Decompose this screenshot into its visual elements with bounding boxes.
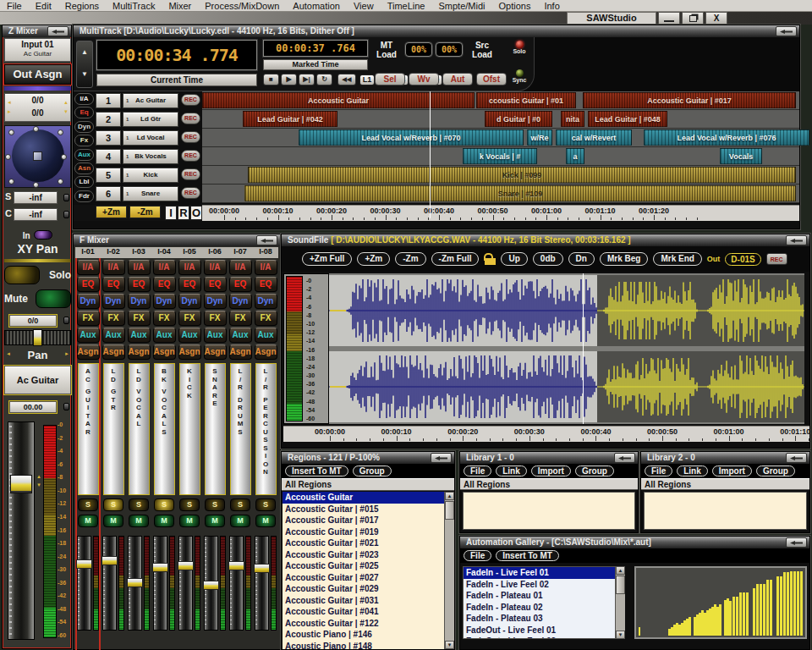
fader-handle[interactable] bbox=[102, 556, 118, 565]
menu-view[interactable]: View bbox=[347, 1, 381, 11]
sf--zm-button[interactable]: -Zm bbox=[395, 252, 425, 266]
track-section-aux[interactable]: Aux bbox=[74, 149, 94, 161]
track-lane[interactable]: Snare | #109 bbox=[202, 185, 799, 203]
db-knob-icon[interactable] bbox=[63, 211, 69, 218]
current-time-label[interactable]: Current Time bbox=[96, 74, 257, 86]
zoom-in-button[interactable]: +Zm bbox=[96, 206, 127, 218]
channel-eq-button[interactable]: EQ bbox=[204, 277, 227, 292]
channel-fx-button[interactable]: FX bbox=[178, 311, 201, 326]
db-knob-icon[interactable] bbox=[63, 194, 69, 201]
mode-sel[interactable]: Sel bbox=[375, 73, 405, 85]
mt-region[interactable]: Lead Vocal w/Reverb | #076 bbox=[644, 129, 809, 146]
channel-mute-button[interactable]: M bbox=[205, 515, 225, 527]
menu-options[interactable]: Options bbox=[492, 1, 538, 11]
scroll-up-icon[interactable]: ▲ bbox=[445, 492, 454, 500]
pan-left-icon[interactable]: ◄ bbox=[6, 351, 11, 356]
iro-i-button[interactable]: I bbox=[165, 206, 177, 220]
rec-button[interactable]: REC bbox=[181, 113, 200, 124]
collapse-icon[interactable] bbox=[776, 26, 797, 36]
track-scroll-buttons[interactable]: ▲▼ bbox=[76, 41, 93, 88]
waveform-display[interactable] bbox=[329, 273, 804, 424]
rec-button[interactable]: REC bbox=[181, 150, 200, 162]
channel-fader[interactable] bbox=[229, 536, 244, 631]
channel-asgn-button[interactable]: Asgn bbox=[255, 344, 277, 360]
sf--zm-full-button[interactable]: -Zm Full bbox=[431, 252, 480, 266]
sf--zm-full-button[interactable]: +Zm Full bbox=[302, 252, 352, 266]
mt-region[interactable]: d Guitar | #0 bbox=[485, 111, 552, 127]
channel-fx-button[interactable]: FX bbox=[153, 311, 176, 326]
library-titlebar[interactable]: Library 1 - 0 bbox=[460, 452, 638, 464]
sf--zm-button[interactable]: +Zm bbox=[357, 252, 390, 266]
minimize-button[interactable] bbox=[658, 12, 680, 25]
channel-fx-button[interactable]: FX bbox=[128, 311, 151, 326]
pan-right-icon[interactable]: ► bbox=[64, 351, 69, 356]
list-item[interactable]: Accoustic Guitar | #025 bbox=[283, 560, 444, 572]
channel-solo-button[interactable]: S bbox=[154, 499, 174, 511]
lock-icon[interactable] bbox=[484, 253, 493, 261]
channel-fx-button[interactable]: FX bbox=[255, 311, 277, 326]
collapse-icon[interactable] bbox=[786, 537, 807, 548]
channel-dyn-button[interactable]: Dyn bbox=[77, 294, 100, 309]
list-item[interactable]: FadeIn - Plateau 01 bbox=[464, 590, 617, 602]
track-number[interactable]: 3 bbox=[96, 130, 121, 146]
channel-aux-button[interactable]: Aux bbox=[77, 328, 100, 343]
db-knob-icon[interactable] bbox=[63, 403, 69, 410]
channel-eq-button[interactable]: EQ bbox=[77, 277, 100, 292]
mt-region[interactable]: a bbox=[566, 148, 584, 164]
sf-rec-button[interactable]: REC bbox=[766, 253, 787, 265]
library-titlebar[interactable]: Library 2 - 0 bbox=[641, 452, 809, 464]
stop-button[interactable]: ■ bbox=[263, 74, 279, 85]
track-section-fx[interactable]: Fx bbox=[74, 135, 94, 146]
scroll-up-icon[interactable]: ▲ bbox=[616, 566, 625, 575]
fader-handle[interactable] bbox=[178, 561, 194, 570]
gain-value[interactable]: 00.00 bbox=[9, 401, 57, 413]
mt-region[interactable]: Vocals bbox=[720, 148, 762, 164]
channel-aux-button[interactable]: Aux bbox=[229, 328, 252, 343]
list-item[interactable]: Acoustic Piano | #148 bbox=[283, 641, 444, 650]
list-item[interactable]: FadeIn - Live Feel 01 bbox=[464, 567, 617, 579]
meter-nudge-down-icon[interactable]: ▼ bbox=[36, 482, 41, 488]
library-filter-header[interactable]: All Regions bbox=[460, 478, 638, 490]
track-name[interactable]: Bk Vocals1 bbox=[123, 149, 178, 164]
channel-dyn-button[interactable]: Dyn bbox=[255, 294, 277, 309]
close-button[interactable]: X bbox=[705, 12, 727, 25]
channel-aux-button[interactable]: Aux bbox=[204, 328, 227, 343]
channel-eq-button[interactable]: EQ bbox=[102, 277, 125, 292]
mt-region[interactable]: w/Re bbox=[527, 129, 552, 146]
rec-button[interactable]: REC bbox=[181, 187, 200, 199]
channel-ia-button[interactable]: I/A bbox=[153, 260, 176, 275]
track-section-dyn[interactable]: Dyn bbox=[74, 121, 94, 133]
regions-group-button[interactable]: Group bbox=[353, 465, 392, 476]
fmixer-titlebar[interactable]: F Mixer bbox=[74, 234, 280, 246]
channel-aux-button[interactable]: Aux bbox=[102, 328, 125, 343]
channel-ia-button[interactable]: I/A bbox=[255, 260, 277, 275]
channel-dyn-button[interactable]: Dyn bbox=[102, 294, 125, 309]
send-s-value[interactable]: -inf bbox=[14, 191, 58, 204]
locator-l1[interactable]: L1 bbox=[359, 74, 375, 85]
channel-aux-button[interactable]: Aux bbox=[153, 328, 176, 343]
sf-mrk-beg-button[interactable]: Mrk Beg bbox=[600, 252, 648, 266]
out-asgn-button[interactable]: Out Asgn bbox=[4, 64, 71, 85]
track-section-fdr[interactable]: Fdr bbox=[74, 190, 94, 202]
channel-asgn-button[interactable]: Asgn bbox=[77, 344, 100, 360]
channel-asgn-button[interactable]: Asgn bbox=[153, 344, 176, 360]
fader-handle[interactable] bbox=[10, 475, 32, 493]
channel-ia-button[interactable]: I/A bbox=[178, 260, 201, 275]
channel-ia-button[interactable]: I/A bbox=[102, 260, 125, 275]
channel-solo-button[interactable]: S bbox=[205, 499, 225, 511]
channel-asgn-button[interactable]: Asgn bbox=[229, 344, 252, 360]
library-list[interactable] bbox=[463, 492, 635, 530]
fader-track[interactable] bbox=[8, 421, 35, 640]
fader-handle[interactable] bbox=[254, 564, 270, 573]
track-section-ia[interactable]: I/A bbox=[74, 93, 94, 105]
send-c-value[interactable]: -inf bbox=[14, 208, 58, 221]
mt-region[interactable]: Snare | #109 bbox=[244, 185, 796, 201]
channel-fx-button[interactable]: FX bbox=[77, 311, 100, 326]
pan-value[interactable]: 0/0 bbox=[9, 315, 57, 327]
skip-end-button[interactable]: ▶| bbox=[299, 74, 315, 85]
menu-multitrack[interactable]: MultiTrack bbox=[106, 1, 162, 11]
scroll-down-icon[interactable]: ▼ bbox=[616, 631, 625, 639]
channel-fx-button[interactable]: FX bbox=[229, 311, 252, 326]
channel-fader[interactable] bbox=[255, 536, 269, 631]
channel-ia-button[interactable]: I/A bbox=[204, 260, 227, 275]
